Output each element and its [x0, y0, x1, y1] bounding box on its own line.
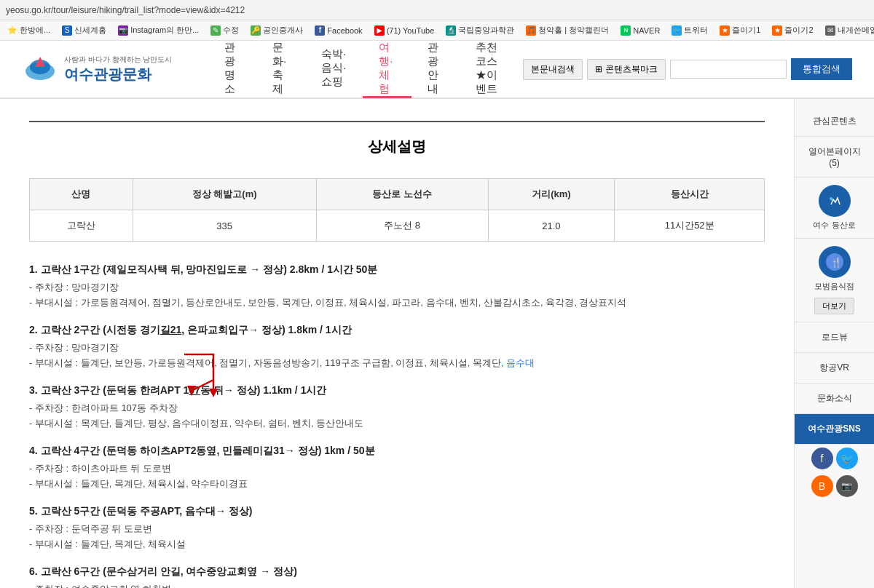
- table-cell-distance: 21.0: [488, 210, 615, 242]
- main-content: 상세설명 산명 정상 해발고(m) 등산로 노선수 거리(km) 등산시간 고락…: [0, 99, 874, 588]
- site-header: 사람과 바다가 함께하는 낭만도시 여수관광문화 관광명소 문화·축제 숙박·음…: [0, 41, 874, 99]
- logo-subtitle: 사람과 바다가 함께하는 낭만도시: [64, 55, 172, 65]
- trail-section-1: 1. 고락산 1구간 (제일모직사택 뒤, 망마진입도로 → 정상) 2.8km…: [29, 263, 765, 309]
- bookmark-icon: ★: [772, 25, 782, 36]
- bookmark-youtube[interactable]: ▶ (71) YouTube: [370, 24, 439, 37]
- trail-section-5: 5. 고락산 5구간 (둔덕동 주공APT, 음수대→ 정상) - 주차장 : …: [29, 505, 765, 551]
- table-header-routes: 등산로 노선수: [316, 179, 488, 210]
- table-cell-time: 11시간52분: [615, 210, 765, 242]
- trail-2-facilities: - 부대시설 : 들계단, 보안등, 가로등원격제어, 점멸기, 자동음성방송기…: [29, 357, 765, 370]
- bookmark-icon: S: [62, 25, 72, 36]
- band-social-icon[interactable]: B: [811, 475, 833, 497]
- bookmark-hanban[interactable]: ⭐ 한방에...: [3, 23, 55, 37]
- bookmark-favorites1[interactable]: ★ 즐이기1: [715, 23, 765, 37]
- trail-2-title: 2. 고락산 2구간 (시전동 경기길21, 은파교회입구→ 정상) 1.8km…: [29, 324, 765, 337]
- bookmark-edit[interactable]: ✎ 수정: [206, 23, 243, 37]
- url-text: yeosu.go.kr/tour/leisure/hiking/trail_li…: [6, 5, 245, 15]
- trail-section-4: 4. 고락산 4구간 (둔덕동 하이츠APT2동옆, 민들레미길31→ 정상) …: [29, 445, 765, 490]
- bookmark-label: 내게쓴메일함(131)...: [838, 25, 874, 36]
- search-input[interactable]: [670, 60, 787, 79]
- trail-6-parking: - 주차장 : 여수중앙교회 옆 하천변: [29, 583, 765, 588]
- bookmark-label: 공인중개사: [263, 25, 303, 36]
- svg-text:🍴: 🍴: [830, 256, 843, 269]
- table-row: 고락산 335 주노선 8 21.0 11시간52분: [30, 210, 765, 242]
- table-header-mountain: 산명: [30, 179, 133, 210]
- trail-5-facilities: - 부대시설 : 들계단, 목계단, 체육시설: [29, 538, 765, 551]
- sidebar-vr[interactable]: 항공VR: [795, 353, 874, 384]
- logo-area[interactable]: 사람과 바다가 함께하는 낭만도시 여수관광문화: [22, 51, 172, 87]
- nav-travel[interactable]: 여행·체험: [363, 40, 412, 98]
- trail-3-title: 3. 고락산 3구간 (둔덕동 한려APT 107동 뒤→ 정상) 1.1km …: [29, 384, 765, 397]
- trail-3-facilities: - 부대시설 : 목계단, 들계단, 평상, 음수대이정표, 약수터, 쉼터, …: [29, 417, 765, 430]
- trail-section-2: 2. 고락산 2구간 (시전동 경기길21, 은파교회입구→ 정상) 1.8km…: [29, 324, 765, 370]
- browser-address-bar[interactable]: yeosu.go.kr/tour/leisure/hiking/trail_li…: [0, 0, 874, 20]
- bookmark-instagram[interactable]: 📷 Instagram의 한만...: [114, 23, 203, 37]
- bookmark-icon: ✎: [210, 25, 221, 36]
- trail-section-3: 3. 고락산 3구간 (둔덕동 한려APT 107동 뒤→ 정상) 1.1km …: [29, 384, 765, 430]
- sidebar-interest-content[interactable]: 관심콘텐츠: [795, 106, 874, 137]
- bookmark-label: 즐이기2: [784, 25, 813, 36]
- camera-social-icon[interactable]: 📷: [836, 475, 858, 497]
- table-header-distance: 거리(km): [488, 179, 615, 210]
- sidebar-hiking-trails[interactable]: 여수 등산로: [795, 178, 874, 239]
- facebook-social-icon[interactable]: f: [811, 448, 833, 469]
- bookmark-label: 한방에...: [20, 25, 50, 36]
- nav-info[interactable]: 관광안내: [412, 40, 460, 98]
- right-sidebar: 관심콘텐츠 열어본페이지(5) 여수 등산로 🍴 모범음식점: [794, 99, 874, 588]
- bookmark-twitter[interactable]: 🐦 트위터: [667, 23, 712, 37]
- trail-1-title: 1. 고락산 1구간 (제일모직사택 뒤, 망마진입도로 → 정상) 2.8km…: [29, 263, 765, 277]
- table-cell-mountain: 고락산: [30, 210, 133, 242]
- trail-4-title: 4. 고락산 4구간 (둔덕동 하이츠APT2동옆, 민들레미길31→ 정상) …: [29, 445, 765, 458]
- text-search-button[interactable]: 본문내검색: [523, 59, 583, 80]
- bookmark-icon: ⭐: [7, 25, 17, 35]
- bookmark-label: (71) YouTube: [387, 26, 435, 35]
- bookmark-label: 트위터: [684, 25, 708, 36]
- bookmark-label: Instagram의 한만...: [130, 25, 199, 36]
- sidebar-restaurants[interactable]: 🍴 모범음식점 더보기: [795, 239, 874, 322]
- search-bar: 본문내검색 ⊞ 콘텐츠북마크 통합검색: [523, 58, 852, 80]
- bookmark-science[interactable]: 🔬 국립중앙과학관: [441, 23, 519, 37]
- bookmark-realtor[interactable]: 🔑 공인중개사: [246, 23, 307, 37]
- bookmark-icon: 📷: [118, 25, 128, 36]
- trail-info-table: 산명 정상 해발고(m) 등산로 노선수 거리(km) 등산시간 고락산 335…: [29, 178, 765, 242]
- bookmark-naver[interactable]: N NAVER: [616, 24, 664, 37]
- sidebar-viewed-pages[interactable]: 열어본페이지(5): [795, 137, 874, 178]
- bookmark-email[interactable]: ✉ 내게쓴메일함(131)...: [821, 23, 874, 37]
- search-submit-button[interactable]: 통합검색: [791, 58, 852, 80]
- social-icons-row-2: B 📷: [808, 472, 861, 500]
- bookmark-facebook[interactable]: f Facebook: [310, 24, 366, 37]
- bookmark-music[interactable]: 🎵 청악홀 | 청악캘린더: [521, 23, 613, 37]
- page-title: 상세설명: [29, 121, 765, 178]
- content-search-button[interactable]: ⊞ 콘텐츠북마크: [587, 59, 666, 80]
- page-body: 상세설명 산명 정상 해발고(m) 등산로 노선수 거리(km) 등산시간 고락…: [0, 99, 794, 588]
- bookmark-icon: 🐦: [672, 25, 682, 36]
- sidebar-roadview[interactable]: 로드뷰: [795, 322, 874, 353]
- nav-culture[interactable]: 문화·축제: [256, 40, 305, 98]
- trail-2-link[interactable]: 음수대: [506, 357, 535, 368]
- bookmark-label: Facebook: [327, 26, 362, 35]
- content-btn-label: 콘텐츠북마크: [605, 63, 658, 76]
- bookmark-icon: ✉: [825, 25, 835, 36]
- nav-attractions[interactable]: 관광명소: [208, 40, 256, 98]
- bookmark-icon: 🎵: [526, 25, 536, 36]
- bookmark-label: 신세계홈: [74, 25, 106, 36]
- more-button[interactable]: 더보기: [814, 298, 854, 314]
- bookmark-icon: 🔑: [251, 25, 261, 36]
- sidebar-culture[interactable]: 문화소식: [795, 384, 874, 414]
- table-cell-elevation: 335: [133, 210, 316, 242]
- nav-accommodation[interactable]: 숙박·음식·쇼핑: [305, 40, 363, 98]
- trail-1-facilities: - 부대시설 : 가로등원격제어, 점멸기, 등산로안내도, 보안등, 목계단,…: [29, 296, 765, 309]
- bookmark-icon: f: [315, 25, 325, 36]
- svg-point-7: [830, 197, 832, 200]
- sidebar-viewed-label: 열어본페이지(5): [808, 146, 861, 168]
- twitter-social-icon[interactable]: 🐦: [836, 448, 858, 469]
- site-logo-icon: [22, 51, 58, 87]
- bookmark-icon: N: [621, 25, 631, 36]
- bookmark-label: 즐이기1: [732, 25, 760, 36]
- bookmark-favorites2[interactable]: ★ 즐이기2: [768, 23, 817, 37]
- sidebar-sns-label: 여수관광SNS: [808, 424, 861, 434]
- trail-3-parking: - 주차장 : 한려아파트 107동 주차장: [29, 402, 765, 415]
- bookmark-shinsegae[interactable]: S 신세계홈: [58, 23, 111, 37]
- sidebar-restaurant-label: 모범음식점: [814, 281, 854, 292]
- nav-recommend[interactable]: 추천코스★이벤트: [460, 40, 523, 98]
